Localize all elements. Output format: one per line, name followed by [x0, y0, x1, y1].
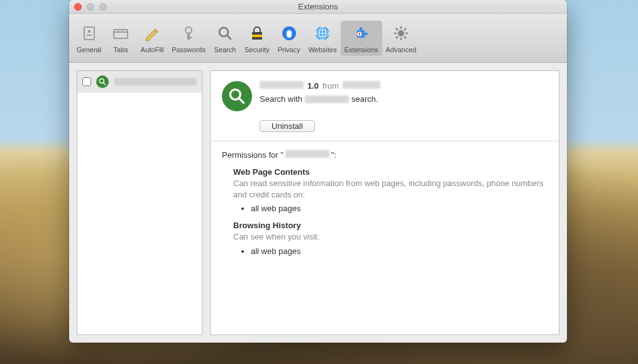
preferences-toolbar: General Tabs AutoFill Passwords Search	[69, 14, 567, 63]
autofill-icon	[142, 23, 162, 43]
privacy-icon	[279, 23, 299, 43]
window-title: Extensions	[74, 2, 562, 11]
websites-icon	[312, 23, 333, 43]
svg-rect-6	[187, 37, 192, 38]
general-icon	[79, 23, 99, 43]
search-icon	[215, 23, 235, 43]
svg-point-16	[398, 30, 404, 36]
svg-point-1	[88, 30, 91, 33]
close-button[interactable]	[74, 3, 82, 11]
security-icon	[247, 23, 267, 43]
svg-rect-3	[114, 30, 128, 38]
perm-heading: Browsing History	[233, 221, 547, 230]
permissions-section: Permissions for " ": Web Page Contents C…	[211, 141, 559, 266]
tab-label: Tabs	[114, 46, 128, 53]
tab-search[interactable]: Search	[209, 21, 241, 56]
svg-rect-9	[252, 35, 262, 37]
minimize-button[interactable]	[87, 3, 94, 11]
passwords-icon	[179, 23, 199, 43]
extension-header: 1.0 from Search with search. Uninstall	[211, 71, 559, 141]
perm-desc: Can read sensitive information from web …	[233, 178, 547, 200]
desc-redacted	[305, 96, 349, 103]
preferences-window: Extensions General Tabs AutoFill Passwor…	[69, 0, 567, 343]
perm-browsing-history: Browsing History Can see when you visit:…	[233, 221, 547, 256]
tab-label: Extensions	[344, 46, 378, 53]
content-area: 1.0 from Search with search. Uninstall	[69, 63, 567, 343]
tab-label: Advanced	[386, 46, 417, 53]
svg-rect-5	[187, 33, 190, 40]
tab-security[interactable]: Security	[241, 21, 273, 56]
window-controls	[74, 3, 107, 11]
tab-label: Search	[214, 46, 236, 53]
perm-title-prefix: Permissions for "	[222, 150, 283, 160]
maximize-button[interactable]	[99, 3, 107, 11]
tab-label: Websites	[309, 46, 337, 53]
perm-web-contents: Web Page Contents Can read sensitive inf…	[233, 167, 547, 213]
advanced-icon	[391, 23, 411, 43]
perm-name-redacted	[285, 150, 329, 158]
extension-author-redacted	[343, 81, 380, 89]
perm-list: all web pages	[251, 246, 547, 256]
perm-list-item: all web pages	[251, 204, 547, 213]
tab-general[interactable]: General	[73, 21, 105, 56]
extensions-sidebar	[77, 70, 202, 335]
perm-heading: Web Page Contents	[233, 167, 547, 177]
extension-version: 1.0	[307, 81, 319, 91]
tab-label: Passwords	[172, 46, 206, 53]
perm-list: all web pages	[251, 204, 547, 213]
extension-name-redacted	[114, 78, 197, 85]
tab-websites[interactable]: Websites	[305, 21, 341, 56]
extension-description: Search with search.	[260, 94, 380, 104]
tab-passwords[interactable]: Passwords	[168, 21, 209, 56]
desc-suffix: search.	[351, 94, 378, 104]
perm-desc: Can see when you visit:	[233, 231, 547, 243]
tabs-icon	[111, 23, 131, 43]
titlebar[interactable]: Extensions	[69, 0, 567, 14]
permissions-title: Permissions for " ":	[222, 150, 547, 160]
tab-label: Security	[245, 46, 270, 53]
extensions-icon	[351, 23, 371, 43]
extension-detail: 1.0 from Search with search. Uninstall	[210, 70, 559, 335]
tab-advanced[interactable]: Advanced	[382, 21, 421, 56]
perm-title-suffix: ":	[331, 150, 336, 160]
extension-title-row: 1.0 from	[260, 81, 380, 91]
tab-extensions[interactable]: Extensions	[341, 21, 382, 56]
tab-label: AutoFill	[141, 46, 164, 53]
svg-rect-11	[287, 30, 292, 38]
tab-tabs[interactable]: Tabs	[105, 21, 136, 56]
svg-rect-0	[84, 27, 94, 40]
perm-list-item: all web pages	[251, 246, 547, 256]
tab-label: General	[77, 46, 101, 53]
extension-icon	[96, 75, 109, 88]
tab-label: Privacy	[278, 46, 300, 53]
desc-prefix: Search with	[260, 94, 302, 104]
svg-rect-2	[87, 35, 92, 36]
uninstall-button[interactable]: Uninstall	[260, 120, 315, 132]
extension-enable-checkbox[interactable]	[82, 77, 91, 86]
tab-privacy[interactable]: Privacy	[273, 21, 305, 56]
extension-list-item[interactable]	[77, 71, 202, 92]
from-label: from	[322, 81, 339, 91]
extension-name-redacted	[260, 81, 304, 89]
tab-autofill[interactable]: AutoFill	[136, 21, 168, 56]
svg-point-4	[185, 27, 192, 33]
extension-icon-large	[222, 81, 252, 111]
